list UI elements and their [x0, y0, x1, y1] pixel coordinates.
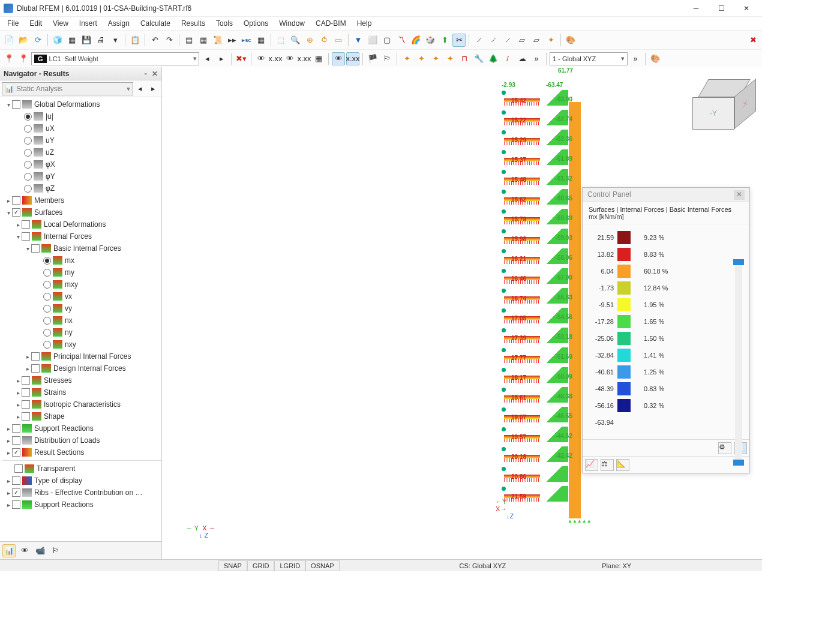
- nav-undock-icon[interactable]: ▫: [145, 70, 147, 78]
- star1-icon[interactable]: ✦: [400, 52, 413, 65]
- control-panel[interactable]: Control Panel✕ Surfaces | Internal Force…: [582, 187, 750, 473]
- loadcase-select[interactable]: G LC1 Self Weight ▾: [31, 52, 199, 65]
- nav-next-icon[interactable]: ▸: [146, 82, 160, 95]
- section-icon[interactable]: ✂: [452, 34, 466, 47]
- tree-radio-item[interactable]: φZ: [2, 182, 161, 194]
- filter-icon[interactable]: ▼: [352, 34, 365, 47]
- vis6-icon[interactable]: 👁: [332, 52, 345, 65]
- menu-cadbim[interactable]: CAD-BIM: [311, 18, 351, 29]
- flag2-icon[interactable]: 🏳: [380, 52, 394, 65]
- beam2-icon[interactable]: ⟋: [487, 34, 500, 47]
- cloud-icon[interactable]: ☁: [515, 52, 529, 65]
- star3-icon[interactable]: ✦: [429, 52, 442, 65]
- navtab-eye-icon[interactable]: 👁: [18, 544, 31, 557]
- support-icon[interactable]: ⬆: [438, 34, 451, 47]
- star2-icon[interactable]: ✦: [415, 52, 428, 65]
- menu-window[interactable]: Window: [274, 18, 310, 29]
- menu-insert[interactable]: Insert: [74, 18, 102, 29]
- panel-tab3-icon[interactable]: 📐: [616, 459, 629, 471]
- menu-calculate[interactable]: Calculate: [136, 18, 175, 29]
- lc-del-icon[interactable]: ✖▾: [235, 52, 248, 65]
- navtab-data-icon[interactable]: 📊: [2, 544, 16, 557]
- vis1-icon[interactable]: 👁: [254, 52, 268, 65]
- flag1-icon[interactable]: 🏴: [366, 52, 379, 65]
- view-cube[interactable]: -Y X: [692, 79, 750, 130]
- nav-prev-icon[interactable]: ◂: [133, 82, 146, 95]
- save-icon[interactable]: 💾: [80, 34, 93, 47]
- contour-icon[interactable]: 🌈: [409, 34, 422, 47]
- nav-mode-select[interactable]: 📊Static Analysis▾: [2, 82, 133, 95]
- line-icon[interactable]: /: [501, 52, 514, 65]
- vis5-icon[interactable]: ▦: [312, 52, 325, 65]
- tool-icon[interactable]: ✦: [544, 34, 557, 47]
- more-icon[interactable]: »: [530, 52, 543, 65]
- status-snap[interactable]: SNAP: [218, 560, 247, 571]
- legend-slider[interactable]: [735, 260, 742, 464]
- diagram-icon[interactable]: 〽: [395, 34, 408, 47]
- tree-radio-item[interactable]: uX: [2, 122, 161, 134]
- maximize-button[interactable]: ☐: [709, 1, 733, 16]
- menu-edit[interactable]: Edit: [25, 18, 47, 29]
- new-icon[interactable]: 📄: [2, 34, 16, 47]
- status-grid[interactable]: GRID: [247, 560, 275, 571]
- sc-icon[interactable]: ▸sc: [240, 34, 253, 47]
- tree-radio-item[interactable]: nxy: [2, 338, 161, 350]
- status-lgrid[interactable]: LGRID: [274, 560, 305, 571]
- menu-help[interactable]: Help: [352, 18, 377, 29]
- cs-more-icon[interactable]: »: [629, 52, 642, 65]
- open-icon[interactable]: 📂: [17, 34, 30, 47]
- tree-radio-item[interactable]: ny: [2, 326, 161, 338]
- panel-opt1-icon[interactable]: ⚙: [718, 442, 731, 454]
- tree-radio-item[interactable]: vx: [2, 290, 161, 302]
- zoom-icon[interactable]: 🔍: [289, 34, 302, 47]
- tree-radio-item[interactable]: φX: [2, 158, 161, 170]
- print-icon[interactable]: 🖨: [94, 34, 107, 47]
- tree-radio-item[interactable]: uZ: [2, 146, 161, 158]
- table-icon[interactable]: ▤: [182, 34, 196, 47]
- tree-radio-item[interactable]: nx: [2, 314, 161, 326]
- cs-edit-icon[interactable]: 🎨: [649, 52, 662, 65]
- menu-results[interactable]: Results: [176, 18, 210, 29]
- vis2-icon[interactable]: x.xx: [269, 52, 282, 65]
- menu-tools[interactable]: Tools: [211, 18, 238, 29]
- redo-icon[interactable]: ↷: [163, 34, 176, 47]
- nav-close-icon[interactable]: ✕: [152, 70, 158, 78]
- viewport[interactable]: -Y X 61.77 -2.93 -63.47 ▲▲▲▲▲ 15.42-63.0…: [162, 67, 762, 559]
- menu-file[interactable]: File: [2, 18, 23, 29]
- tree-radio-item[interactable]: uY: [2, 134, 161, 146]
- chevron-down-icon[interactable]: ▾: [109, 34, 122, 47]
- lc-prev-icon[interactable]: ◂: [200, 52, 214, 65]
- tree-radio-item[interactable]: φY: [2, 170, 161, 182]
- star4-icon[interactable]: ✦: [443, 52, 457, 65]
- run-icon[interactable]: ▸▸: [226, 34, 239, 47]
- tool2-icon[interactable]: 🔧: [472, 52, 485, 65]
- menu-view[interactable]: View: [48, 18, 73, 29]
- model-icon[interactable]: 🧊: [51, 34, 64, 47]
- tree-radio-item[interactable]: mx: [2, 254, 161, 266]
- navtab-cam-icon[interactable]: 📹: [34, 544, 47, 557]
- wire-icon[interactable]: ▢: [380, 34, 394, 47]
- del-icon[interactable]: ✖: [746, 34, 760, 47]
- grid-icon[interactable]: ▦: [197, 34, 210, 47]
- beam3-icon[interactable]: ⟋: [501, 34, 514, 47]
- panel-tab1-icon[interactable]: 📈: [585, 459, 598, 471]
- vis3-icon[interactable]: 👁: [283, 52, 296, 65]
- script-icon[interactable]: 📜: [211, 34, 224, 47]
- refresh-icon[interactable]: ⟳: [31, 34, 44, 47]
- palette-icon[interactable]: 🎨: [564, 34, 577, 47]
- solid-icon[interactable]: 🎲: [424, 34, 437, 47]
- panel-close-icon[interactable]: ✕: [734, 190, 745, 200]
- tree-radio-item[interactable]: mxy: [2, 278, 161, 290]
- surface2-icon[interactable]: ▱: [530, 34, 543, 47]
- rect-icon[interactable]: ▭: [332, 34, 345, 47]
- undo-icon[interactable]: ↶: [148, 34, 161, 47]
- status-osnap[interactable]: OSNAP: [305, 560, 340, 571]
- tree-radio-item[interactable]: vy: [2, 302, 161, 314]
- tree-radio-item[interactable]: my: [2, 266, 161, 278]
- tree-icon[interactable]: 🌲: [487, 52, 500, 65]
- lc-pin2-icon[interactable]: 📍: [17, 52, 30, 65]
- frame-icon[interactable]: ⊓: [458, 52, 471, 65]
- iso-icon[interactable]: ⬜: [366, 34, 379, 47]
- tree-radio-item[interactable]: |u|: [2, 110, 161, 122]
- zoomwin-icon[interactable]: ⊕: [303, 34, 316, 47]
